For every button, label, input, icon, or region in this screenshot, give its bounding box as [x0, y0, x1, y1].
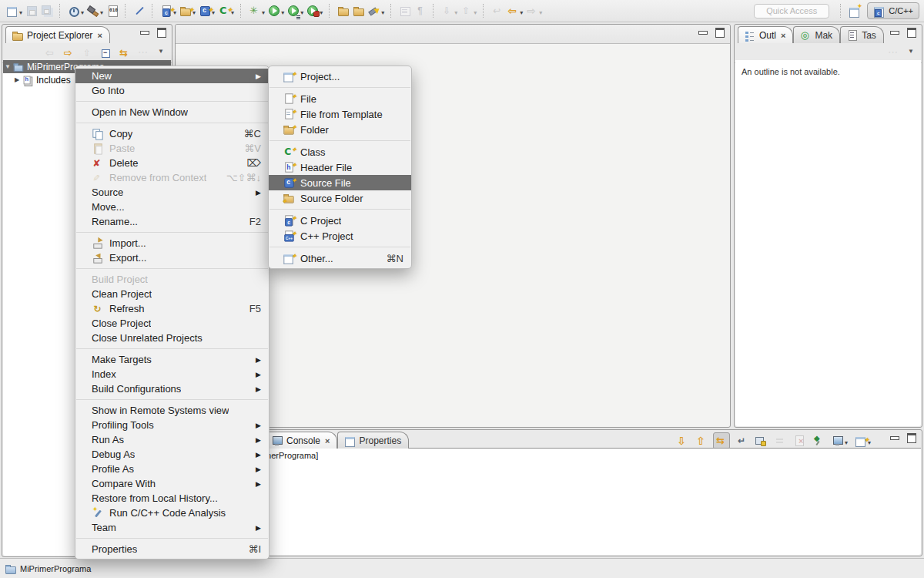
- tab-task-list[interactable]: Tas: [840, 26, 884, 43]
- menu-item-refresh[interactable]: RefreshF5: [75, 301, 269, 316]
- menu-item-c-project[interactable]: C Project: [269, 213, 411, 228]
- scroll-lock-button[interactable]: [753, 432, 768, 449]
- menu-item-properties[interactable]: Properties⌘I: [75, 542, 269, 556]
- new-folder-button[interactable]: [178, 2, 197, 19]
- menu-item-build-configurations[interactable]: Build Configurations▶: [75, 381, 269, 396]
- tab-outline[interactable]: Outl ×: [738, 26, 793, 43]
- maximize-button[interactable]: [715, 28, 725, 37]
- menu-item-folder[interactable]: Folder: [269, 122, 411, 137]
- open-console-button[interactable]: [853, 432, 872, 449]
- menu-item-open-in-new-window[interactable]: Open in New Window: [75, 105, 269, 119]
- scroll-down-button[interactable]: [675, 432, 690, 449]
- menu-item-other[interactable]: Other...⌘N: [269, 250, 411, 266]
- menu-item-source[interactable]: Source▶: [75, 185, 269, 200]
- close-icon[interactable]: ×: [781, 31, 785, 40]
- word-wrap-button[interactable]: [734, 432, 749, 449]
- menu-item-make-targets[interactable]: Make Targets▶: [75, 352, 269, 367]
- skip-breakpoints-button[interactable]: [132, 2, 147, 19]
- pe-dropdown-button[interactable]: [155, 46, 169, 60]
- menu-item-move[interactable]: Move...: [75, 200, 269, 214]
- link-console-button[interactable]: [713, 432, 730, 449]
- pin-console-button[interactable]: [811, 432, 826, 449]
- open-perspective-button[interactable]: [847, 2, 862, 19]
- open-resource-button[interactable]: [351, 2, 367, 19]
- editor-tab-area: [176, 25, 730, 44]
- menu-item-build-project[interactable]: Build Project: [75, 272, 269, 287]
- star-overlay-icon: [291, 106, 296, 116]
- menu-item-compare-with[interactable]: Compare With▶: [75, 476, 269, 491]
- collapse-all-button[interactable]: [99, 46, 113, 60]
- new-source-file-button[interactable]: [197, 2, 216, 19]
- next-annotation-icon: [441, 5, 454, 17]
- tab-properties[interactable]: Properties: [337, 432, 409, 449]
- maximize-button[interactable]: [906, 433, 917, 442]
- build-button[interactable]: [85, 2, 105, 19]
- menu-item-profile-as[interactable]: Profile As▶: [75, 462, 269, 476]
- open-task-button[interactable]: [336, 2, 351, 19]
- menu-item-close-project[interactable]: Close Project: [75, 316, 269, 331]
- menu-item-file-from-template[interactable]: File from Template: [269, 106, 411, 122]
- run-history-button[interactable]: [286, 2, 305, 19]
- menu-item-rename[interactable]: Rename...F2: [75, 214, 269, 229]
- display-console-button[interactable]: [830, 432, 849, 449]
- menu-item-restore-from-local-history[interactable]: Restore from Local History...: [75, 491, 269, 506]
- menu-item-run-as[interactable]: Run As▶: [75, 432, 269, 447]
- tab-console[interactable]: Console ×: [265, 432, 337, 449]
- close-icon[interactable]: ×: [325, 436, 330, 445]
- menu-item-header-file[interactable]: Header File: [269, 160, 411, 175]
- new-wizard-button[interactable]: [5, 2, 24, 19]
- close-icon[interactable]: ×: [97, 31, 102, 40]
- menu-item-export[interactable]: Export...: [75, 250, 269, 265]
- expand-arrow-icon[interactable]: ▼: [3, 63, 12, 70]
- menu-item-c-project[interactable]: C++ Project: [269, 228, 411, 244]
- stopwatch-button[interactable]: [66, 2, 85, 19]
- new-c-file-button[interactable]: [159, 2, 178, 19]
- menu-item-debug-as[interactable]: Debug As▶: [75, 447, 269, 462]
- menu-item-class[interactable]: Class: [269, 144, 411, 160]
- menu-item-team[interactable]: Team▶: [75, 520, 269, 535]
- minimize-button[interactable]: [889, 433, 900, 442]
- debug-button[interactable]: [247, 2, 266, 19]
- menu-item-remove-from-context[interactable]: Remove from Context⌥⇧⌘↓: [75, 170, 269, 185]
- menu-item-paste[interactable]: Paste⌘V: [75, 141, 269, 156]
- new-class-button[interactable]: [216, 2, 236, 19]
- binary-button[interactable]: [105, 2, 120, 19]
- menu-item-show-in-remote-systems-view[interactable]: Show in Remote Systems view: [75, 403, 269, 418]
- run-button[interactable]: [266, 2, 286, 19]
- back-button[interactable]: [505, 2, 524, 19]
- minimize-button[interactable]: [889, 28, 900, 37]
- tab-make-target[interactable]: Mak: [793, 26, 840, 43]
- menu-item-file[interactable]: File: [269, 91, 411, 106]
- tab-project-explorer[interactable]: Project Explorer ×: [5, 26, 110, 43]
- profile-button[interactable]: [305, 2, 324, 19]
- menu-item-index[interactable]: Index▶: [75, 367, 269, 381]
- minimize-button[interactable]: [698, 28, 708, 37]
- search-button[interactable]: [367, 2, 386, 19]
- outline-menu-button: [886, 46, 900, 60]
- menu-item-profiling-tools[interactable]: Profiling Tools▶: [75, 418, 269, 432]
- collapse-arrow-icon[interactable]: ▶: [12, 76, 22, 83]
- outline-dropdown-button[interactable]: [905, 46, 919, 60]
- maximize-button[interactable]: [906, 28, 917, 37]
- menu-item-copy[interactable]: Copy⌘C: [75, 126, 269, 141]
- menu-item-source-folder[interactable]: Source Folder: [269, 190, 411, 206]
- quick-access-input[interactable]: Quick Access: [754, 4, 829, 18]
- menu-item-go-into[interactable]: Go Into: [75, 83, 269, 98]
- scroll-up-button[interactable]: [694, 432, 709, 449]
- menu-item-new[interactable]: New▶: [75, 69, 269, 83]
- menu-item-label: Build Configurations: [92, 383, 181, 395]
- minimize-button[interactable]: [139, 28, 150, 37]
- cpp-perspective-button[interactable]: C/C++: [867, 2, 919, 19]
- link-editor-button[interactable]: [118, 46, 132, 60]
- menu-item-project[interactable]: Project...: [269, 69, 411, 84]
- menu-separator: [76, 232, 268, 233]
- menu-item-delete[interactable]: Delete⌦: [75, 156, 269, 170]
- menu-item-clean-project[interactable]: Clean Project: [75, 287, 269, 301]
- menu-item-run-c-c-code-analysis[interactable]: Run C/C++ Code Analysis: [75, 506, 269, 520]
- maximize-button[interactable]: [156, 28, 167, 37]
- menu-item-close-unrelated-projects[interactable]: Close Unrelated Projects: [75, 331, 269, 345]
- nav-forward-button[interactable]: [62, 46, 76, 60]
- menu-item-source-file[interactable]: Source File: [269, 175, 411, 190]
- link-editor-icon: [119, 47, 131, 59]
- menu-item-import[interactable]: Import...: [75, 236, 269, 250]
